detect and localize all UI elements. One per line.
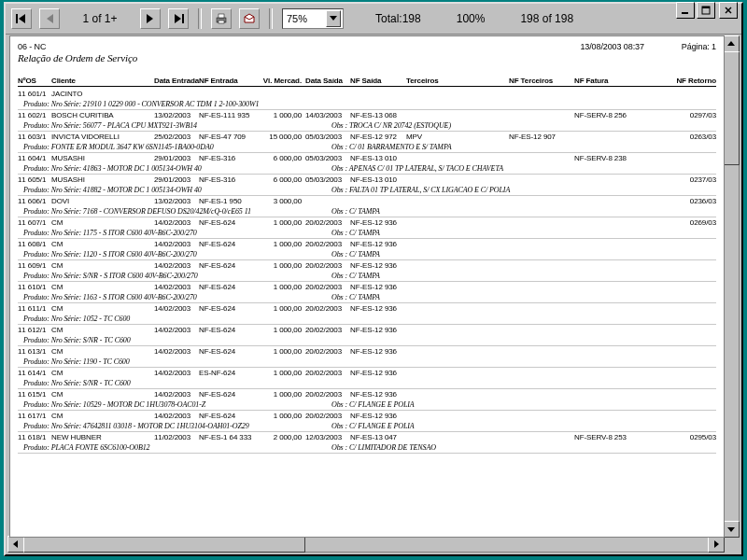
cell-nff: NF-SERV-8 256 xyxy=(574,110,640,120)
next-page-button[interactable] xyxy=(140,8,161,29)
cell-obs: Obs : C/ 01 BARRAMENTO E S/ TAMPA xyxy=(331,142,451,152)
cell-vl: 1 000,00 xyxy=(255,217,302,228)
cell-ret xyxy=(640,346,716,357)
print-button[interactable] xyxy=(211,8,232,29)
cell-ter xyxy=(406,325,509,335)
cell-dte: 14/02/2003 xyxy=(154,411,199,421)
cell-nft xyxy=(509,282,574,292)
cell-nff xyxy=(574,325,640,335)
report-viewport: 06 - NC 13/08/2003 08:37 Página: 1 Relaç… xyxy=(9,35,725,538)
cell-vl xyxy=(255,89,302,99)
cell-nfe: NF-ES-624 xyxy=(199,389,255,399)
cell-produto: Produto: Nro Série: 41882 - MOTOR DC 1 0… xyxy=(18,185,331,195)
report-code: 06 - NC xyxy=(18,42,46,51)
first-page-button[interactable] xyxy=(11,8,32,29)
cell-ter xyxy=(406,432,509,442)
window-controls xyxy=(676,2,738,19)
cell-ter xyxy=(406,389,509,399)
cell-produto: Produto: Nro Série: 47642811 03018 - MOT… xyxy=(18,421,331,431)
cell-nft xyxy=(509,217,574,228)
cell-ret: 0263/03 xyxy=(640,132,716,142)
cell-produto: Produto: Nro Série: 1052 - TC C600 xyxy=(18,314,331,324)
cell-produto: Produto: Nro Série: 41863 - MOTOR DC 1 0… xyxy=(18,163,331,174)
cell-no: 11 603/1 xyxy=(18,132,51,142)
cell-ter xyxy=(406,346,509,357)
cell-nff xyxy=(574,389,640,399)
cell-dts: 20/02/2003 xyxy=(302,303,350,314)
cell-obs: Obs : C/ LIMITADOR DE TENSAO xyxy=(331,442,436,453)
cell-ter xyxy=(406,303,509,314)
minimize-button[interactable] xyxy=(676,2,695,19)
cell-nfe: ES-NF-624 xyxy=(199,368,255,378)
cell-nfe: NF-ES-316 xyxy=(199,175,255,185)
cell-dte: 11/02/2003 xyxy=(154,432,199,442)
table-row: 11 602/1BOSCH CURITIBA13/02/2003NF-ES-11… xyxy=(18,110,716,132)
horizontal-scrollbar[interactable] xyxy=(7,536,725,553)
report-viewer-window: 1 of 1+ 75% Total:198 100% 198 of 198 xyxy=(4,2,743,556)
cell-nff xyxy=(574,89,640,99)
cell-cli: CM xyxy=(51,260,154,271)
cell-nft: NF-ES-12 907 xyxy=(509,132,574,142)
cell-nfs: NF-ES-12 936 xyxy=(350,411,406,421)
svg-rect-5 xyxy=(16,14,18,23)
scroll-right-button[interactable] xyxy=(708,536,725,553)
cell-nfs: NF-ES-12 936 xyxy=(350,260,406,271)
cell-ret xyxy=(640,389,716,399)
cell-cli: JACINTO xyxy=(51,89,154,99)
svg-marker-18 xyxy=(714,540,719,548)
cell-nff xyxy=(574,132,640,142)
report-page-no: Página: 1 xyxy=(682,42,716,51)
cell-vl: 1 000,00 xyxy=(255,303,302,314)
report-subtitle: Relação de Ordem de Serviço xyxy=(18,52,716,63)
scroll-thumb-h[interactable] xyxy=(23,536,305,553)
cell-ret: 0269/03 xyxy=(640,217,716,228)
cell-vl: 2 000,00 xyxy=(255,432,302,442)
cell-dte: 14/02/2003 xyxy=(154,325,199,335)
chevron-down-icon[interactable] xyxy=(326,10,341,27)
cell-vl: 15 000,00 xyxy=(255,132,302,142)
scroll-up-button[interactable] xyxy=(723,35,740,52)
cell-nfs xyxy=(350,89,406,99)
close-button[interactable] xyxy=(719,2,738,19)
cell-nff xyxy=(574,217,640,228)
cell-dts xyxy=(302,89,350,99)
cell-nft xyxy=(509,175,574,185)
cell-nft xyxy=(509,346,574,357)
cell-nfe: NF-ES-1 64 333 xyxy=(199,432,255,442)
cell-ter xyxy=(406,411,509,421)
cell-ter: MPV xyxy=(406,132,509,142)
cell-nft xyxy=(509,196,574,206)
cell-nff: NF-SERV-8 253 xyxy=(574,432,640,442)
prev-page-button[interactable] xyxy=(39,8,60,29)
maximize-button[interactable] xyxy=(697,2,715,19)
toolbar-separator xyxy=(198,8,202,29)
cell-dts: 12/03/2003 xyxy=(302,432,350,442)
hdr-cli: Cliente xyxy=(51,77,154,85)
cell-produto: Produto: PLACA FONTE 6SC6100-O0B12 xyxy=(18,442,331,453)
vertical-scrollbar[interactable] xyxy=(723,35,740,538)
export-button[interactable] xyxy=(239,8,260,29)
cell-dte: 29/01/2003 xyxy=(154,153,199,163)
cell-no: 11 614/1 xyxy=(18,368,51,378)
cell-dts: 20/02/2003 xyxy=(302,260,350,271)
table-row: 11 612/1CM14/02/2003NF-ES-6241 000,0020/… xyxy=(18,325,716,346)
cell-dte: 13/02/2003 xyxy=(154,110,199,120)
cell-no: 11 605/1 xyxy=(18,175,51,185)
scroll-thumb-v[interactable] xyxy=(723,51,740,165)
cell-ret: 0236/03 xyxy=(640,196,716,206)
cell-vl: 1 000,00 xyxy=(255,389,302,399)
scroll-down-button[interactable] xyxy=(723,521,740,538)
cell-vl: 1 000,00 xyxy=(255,260,302,271)
cell-nfs: NF-ES-12 936 xyxy=(350,389,406,399)
cell-nff xyxy=(574,196,640,206)
cell-dte: 14/02/2003 xyxy=(154,303,199,314)
cell-dts: 20/02/2003 xyxy=(302,389,350,399)
table-row: 11 603/1INVICTA VIDORELLI25/02/2003NF-ES… xyxy=(18,132,716,153)
total-records: Total:198 xyxy=(375,12,421,25)
last-page-button[interactable] xyxy=(168,8,189,29)
zoom-select[interactable]: 75% xyxy=(282,8,344,29)
cell-cli: CM xyxy=(51,239,154,249)
cell-no: 11 618/1 xyxy=(18,432,51,442)
svg-rect-13 xyxy=(218,21,224,23)
scroll-left-button[interactable] xyxy=(7,536,24,553)
